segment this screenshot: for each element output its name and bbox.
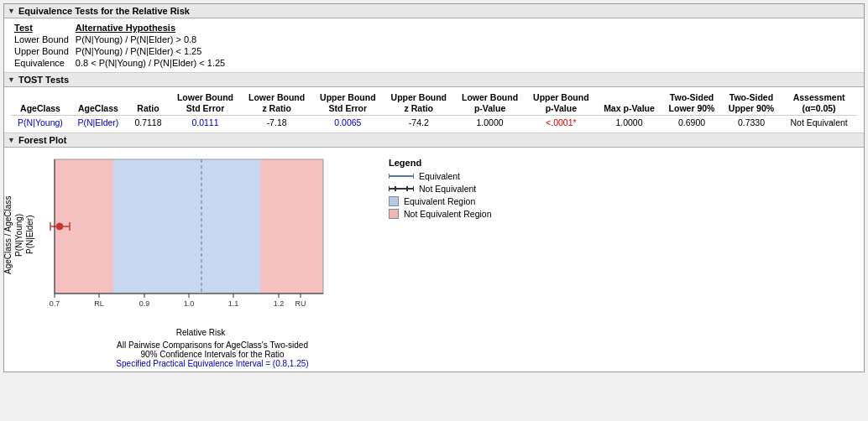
equiv-header-row: Test Alternative Hypothesis [11, 22, 228, 34]
collapse-forest-icon[interactable]: ▼ [8, 136, 15, 144]
tost-table: AgeClass AgeClass Ratio Lower BoundStd E… [11, 89, 857, 129]
legend-notequivregion-box [389, 209, 399, 219]
tost-table-container: AgeClass AgeClass Ratio Lower BoundStd E… [4, 87, 864, 133]
legend-equiv-icon [389, 171, 414, 181]
xlabel-11: 1.1 [228, 299, 239, 308]
col-hypothesis-header: Alternative Hypothesis [72, 22, 228, 34]
th-lb-pvalue: Lower Boundp-Value [454, 89, 526, 116]
caption-line1: All Pairwise Comparisons for AgeClass's … [53, 340, 372, 350]
forest-section-header: ▼ Forest Plot [4, 133, 864, 148]
th-ratio: Ratio [127, 89, 170, 116]
legend-item-equiv: Equivalent [389, 171, 491, 181]
tost-title: TOST Tests [18, 75, 69, 85]
th-ub-zratio: Upper Boundz Ratio [384, 89, 454, 116]
legend-equiv-label: Equivalent [419, 171, 460, 181]
equiv-region [113, 159, 260, 294]
legend-item-notequivregion: Not Equivalent Region [389, 209, 491, 219]
legend-area: Legend Equivalent [389, 151, 491, 368]
equiv-tests-section: Test Alternative Hypothesis Lower Bound … [4, 18, 864, 73]
td-ub-stderr: 0.0065 [312, 116, 383, 130]
td-lb-pvalue: 1.0000 [454, 116, 526, 130]
equiv-tests-table: Test Alternative Hypothesis Lower Bound … [11, 22, 228, 69]
col-test-header: Test [11, 22, 72, 34]
tost-section-header: ▼ TOST Tests [4, 73, 864, 87]
hyp-upper: P(N|Young) / P(N|Elder) < 1.25 [72, 45, 228, 57]
th-lb-stderr: Lower BoundStd Error [170, 89, 241, 116]
th-assessment: Assessment(α=0.05) [781, 89, 857, 116]
xlabel-12: 1.2 [274, 299, 285, 308]
equiv-row-equivalence: Equivalence 0.8 < P(N|Young) / P(N|Elder… [11, 57, 228, 69]
collapse-equiv-icon[interactable]: ▼ [8, 7, 15, 15]
xlabel-RL: RL [94, 299, 104, 308]
tost-header-row: AgeClass AgeClass Ratio Lower BoundStd E… [11, 89, 857, 116]
legend-title: Legend [389, 158, 491, 168]
th-ub-stderr: Upper BoundStd Error [312, 89, 383, 116]
td-ratio: 0.7118 [127, 116, 170, 130]
equiv-row-lower: Lower Bound P(N|Young) / P(N|Elder) > 0.… [11, 34, 228, 45]
xlabel-07: 0.7 [50, 299, 60, 308]
equiv-tests-header: ▼ Equivalence Tests for the Relative Ris… [4, 4, 864, 18]
th-max-pvalue: Max p-Value [597, 89, 662, 116]
legend-equivregion-box [389, 196, 399, 206]
th-twosided-lower: Two-SidedLower 90% [661, 89, 721, 116]
hyp-equiv: 0.8 < P(N|Young) / P(N|Elder) < 1.25 [72, 57, 228, 69]
td-lb-stderr: 0.0111 [170, 116, 241, 130]
td-lb-zratio: -7.18 [241, 116, 312, 130]
xlabel-RU: RU [295, 299, 306, 308]
forest-title: Forest Plot [18, 135, 66, 145]
legend-equivregion-label: Equivalent Region [404, 196, 475, 206]
y-axis-label: AgeClass / AgeClassP(N|Young)P(N|Elder) [11, 151, 26, 319]
caption-line3: Specified Practical Equivalence Interval… [53, 359, 372, 368]
td-twosided-upper: 0.7330 [722, 116, 782, 130]
td-assessment: Not Equivalent [781, 116, 857, 130]
td-max-pvalue: 1.0000 [597, 116, 662, 130]
tost-section: ▼ TOST Tests AgeClass AgeClass Ratio Low… [4, 73, 864, 133]
th-ageclass2: AgeClass [70, 89, 127, 116]
th-ageclass1: AgeClass [11, 89, 70, 116]
td-twosided-lower: 0.6900 [661, 116, 721, 130]
hyp-lower: P(N|Young) / P(N|Elder) > 0.8 [72, 34, 228, 45]
equiv-row-upper: Upper Bound P(N|Young) / P(N|Elder) < 1.… [11, 45, 228, 57]
forest-plot-svg: 0.7 RL 0.9 1.0 1.1 [29, 151, 340, 331]
test-equiv: Equivalence [11, 57, 72, 69]
th-twosided-upper: Two-SidedUpper 90% [722, 89, 782, 116]
forest-plot-area: AgeClass / AgeClassP(N|Young)P(N|Elder) [11, 151, 372, 368]
forest-section: ▼ Forest Plot AgeClass / AgeClassP(N|You… [4, 133, 864, 372]
th-ub-pvalue: Upper Boundp-Value [526, 89, 596, 116]
xlabel-09: 0.9 [139, 299, 150, 308]
th-lb-zratio: Lower Boundz Ratio [241, 89, 312, 116]
td-ub-zratio: -74.2 [384, 116, 454, 130]
test-upper: Upper Bound [11, 45, 72, 57]
legend-notequiv-label: Not Equivalent [419, 184, 476, 194]
test-lower: Lower Bound [11, 34, 72, 45]
legend-notequivregion-label: Not Equivalent Region [404, 209, 491, 219]
data-point [56, 223, 63, 230]
not-equiv-region-right [260, 159, 323, 294]
equiv-tests-title: Equivalence Tests for the Relative Risk [18, 6, 190, 16]
td-ageclass1: P(N|Young) [11, 116, 70, 130]
tost-data-row: P(N|Young) P(N|Elder) 0.7118 0.0111 -7.1… [11, 116, 857, 130]
td-ageclass2: P(N|Elder) [70, 116, 127, 130]
legend-notequiv-icon [389, 184, 414, 194]
collapse-tost-icon[interactable]: ▼ [8, 75, 15, 84]
main-panel: ▼ Equivalence Tests for the Relative Ris… [3, 3, 865, 372]
forest-caption: All Pairwise Comparisons for AgeClass's … [53, 340, 372, 368]
xlabel-10: 1.0 [184, 299, 195, 308]
td-ub-pvalue: <.0001* [526, 116, 596, 130]
legend-item-notequiv: Not Equivalent [389, 184, 491, 194]
forest-content: AgeClass / AgeClassP(N|Young)P(N|Elder) [4, 148, 864, 372]
caption-line2: 90% Confidence Intervals for the Ratio [53, 350, 372, 359]
legend-item-equivregion: Equivalent Region [389, 196, 491, 206]
